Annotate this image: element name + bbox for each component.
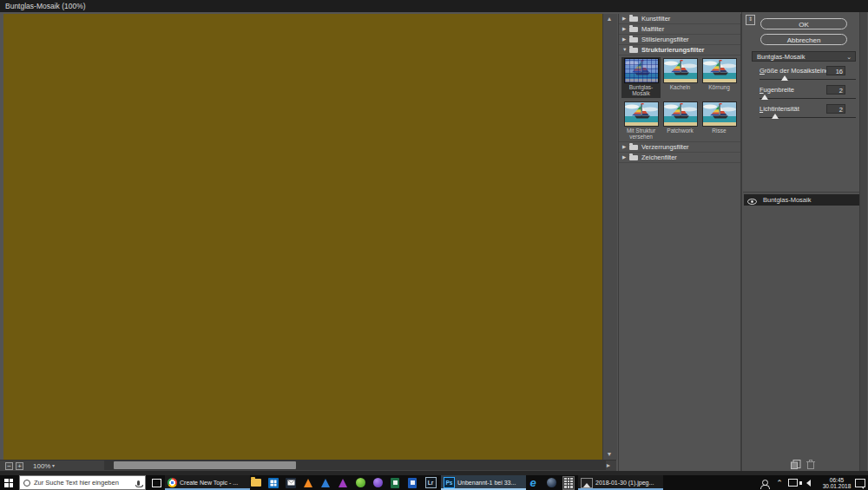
task-view-icon (152, 479, 161, 487)
mosaic-size-slider[interactable] (760, 79, 856, 80)
grout-width-value-field[interactable]: 2 (826, 85, 845, 95)
preview-vertical-scrollbar[interactable]: ▲ ▼ (602, 14, 617, 460)
dialog-title: Buntglas-Mosaik (100%) (5, 2, 86, 10)
file-explorer-button[interactable] (248, 475, 264, 490)
mail-button[interactable] (283, 475, 299, 490)
slider-thumb[interactable] (781, 75, 788, 81)
ms-store-button[interactable] (266, 475, 281, 490)
open-folder-icon (629, 48, 638, 53)
windows-taskbar: Zur Suche Text hier eingeben Create New … (0, 475, 868, 490)
green-doc-icon (391, 478, 399, 488)
task-view-button[interactable] (149, 475, 163, 490)
light-intensity-value-field[interactable]: 2 (826, 104, 845, 114)
filter-category-panel: ▶Kunstfilter ▶Malfilter ▶Stilisierungsfi… (618, 14, 741, 471)
filter-preview-canvas[interactable] (3, 14, 602, 460)
tray-time: 06:45 (830, 477, 844, 483)
scroll-right-icon[interactable]: ► (602, 461, 615, 470)
folder-icon (629, 155, 638, 160)
folder-icon (251, 479, 261, 487)
filter-thumb-kacheln[interactable]: Kacheln (661, 57, 700, 98)
settings-panel-scrollbar[interactable] (859, 12, 867, 471)
category-verzerrungsfilter[interactable]: ▶Verzerrungsfilter (619, 142, 740, 153)
action-center-icon (855, 479, 865, 487)
filter-thumb-mit-struktur-versehen[interactable]: Mit Struktur versehen (621, 101, 661, 141)
vlc-button[interactable] (300, 475, 316, 490)
chevron-down-icon: ⌄ (846, 52, 852, 62)
clock-tray-button[interactable]: 06:45 30.01.2018 (819, 475, 854, 490)
edge-icon: e (529, 477, 536, 488)
category-strukturierungsfilter[interactable]: ▼Strukturierungsfilter (619, 45, 740, 56)
people-tray-button[interactable] (759, 475, 771, 490)
category-stilisierungsfilter[interactable]: ▶Stilisierungsfilter (619, 35, 740, 45)
slider-label-grout-width: Fugenbreite (760, 86, 794, 94)
zoom-in-button[interactable]: + (16, 462, 23, 470)
tray-date: 30.01.2018 (823, 483, 852, 489)
collapsed-arrow-icon: ▶ (622, 35, 629, 44)
hidden-icons-button[interactable]: ⌃ (774, 475, 785, 490)
category-kunstfilter[interactable]: ▶Kunstfilter (619, 14, 740, 24)
preview-horizontal-scrollbar[interactable] (104, 461, 606, 470)
calculator-button[interactable] (561, 475, 576, 490)
edge-button[interactable]: e (524, 475, 542, 490)
mail-icon (286, 478, 296, 488)
microphone-icon[interactable] (137, 480, 140, 486)
search-placeholder: Zur Suche Text hier eingeben (34, 479, 119, 487)
app-blue-triangle-button[interactable] (318, 475, 333, 490)
horizontal-scrollbar-thumb[interactable] (114, 461, 296, 469)
windows-logo-icon (4, 479, 13, 487)
expanded-arrow-icon: ▼ (622, 45, 629, 55)
people-icon (762, 480, 768, 486)
purple-sphere-icon (373, 478, 383, 487)
lightroom-button[interactable]: Lr (422, 475, 439, 490)
category-malfilter[interactable]: ▶Malfilter (619, 24, 740, 35)
zoom-out-button[interactable]: − (5, 462, 13, 470)
dialog-title-bar[interactable]: Buntglas-Mosaik (100%) (0, 0, 868, 12)
slider-thumb[interactable] (772, 114, 779, 119)
volume-tray-button[interactable] (802, 475, 814, 490)
store-icon (268, 478, 279, 488)
collapsed-arrow-icon: ▶ (622, 153, 629, 162)
app-green-sphere-button[interactable] (352, 475, 368, 490)
app-sphere-button[interactable] (543, 475, 559, 490)
filter-thumbnail-grid: Buntglas-Mosaik Kacheln Körnung Mit Stru… (619, 56, 740, 142)
visibility-eye-icon[interactable] (747, 197, 757, 208)
category-zeichenfilter[interactable]: ▶Zeichenfilter (619, 153, 740, 163)
folder-icon (629, 16, 638, 22)
filter-thumb-patchwork[interactable]: Patchwork (661, 101, 700, 141)
photo-viewer-taskbar-button[interactable]: 2018-01-30 (1).jpeg... (578, 475, 663, 490)
cancel-button[interactable]: Abbrechen (760, 34, 847, 45)
slider-thumb[interactable] (761, 95, 768, 100)
filter-select-dropdown[interactable]: Buntglas-Mosaik ⌄ (752, 51, 856, 62)
network-tray-button[interactable] (786, 475, 799, 490)
slider-label-light-intensity: Lichtintensität (760, 105, 799, 113)
sphere-icon (547, 478, 556, 487)
filter-thumb-buntglas-mosaik[interactable]: Buntglas-Mosaik (621, 57, 661, 98)
folder-icon (629, 27, 638, 32)
light-intensity-slider[interactable] (760, 117, 856, 118)
photoshop-taskbar-button[interactable]: Ps Unbenannt-1 bei 33... (441, 475, 526, 490)
app-green-doc-button[interactable] (387, 475, 403, 490)
app-blue-doc-button[interactable] (404, 475, 420, 490)
effect-layers-list: Buntglas-Mosaik (743, 192, 860, 473)
app-purple-sphere-button[interactable] (370, 475, 385, 490)
app-purple-triangle-button[interactable] (335, 475, 351, 490)
scroll-down-icon[interactable]: ▼ (603, 450, 615, 459)
filter-thumb-koernung[interactable]: Körnung (700, 57, 739, 98)
hide-thumbnails-toggle-icon[interactable]: ⇕ (746, 15, 755, 25)
purple-triangle-icon (339, 479, 347, 487)
folder-icon (629, 145, 638, 150)
chrome-taskbar-button[interactable]: Create New Topic - ... (165, 475, 250, 490)
grout-width-slider[interactable] (760, 98, 856, 99)
action-center-button[interactable] (854, 475, 866, 490)
speaker-icon (806, 480, 811, 487)
ok-button[interactable]: OK (760, 18, 847, 29)
filter-thumb-risse[interactable]: Risse (700, 101, 739, 141)
mosaic-size-value-field[interactable]: 16 (826, 66, 845, 75)
taskbar-search-input[interactable]: Zur Suche Text hier eingeben (19, 475, 146, 490)
collapsed-arrow-icon: ▶ (622, 24, 629, 34)
scroll-up-icon[interactable]: ▲ (603, 15, 615, 23)
blue-triangle-icon (321, 479, 330, 487)
folder-icon (629, 37, 638, 42)
start-button[interactable] (0, 475, 17, 490)
effect-layer-row[interactable]: Buntglas-Mosaik (744, 194, 859, 206)
